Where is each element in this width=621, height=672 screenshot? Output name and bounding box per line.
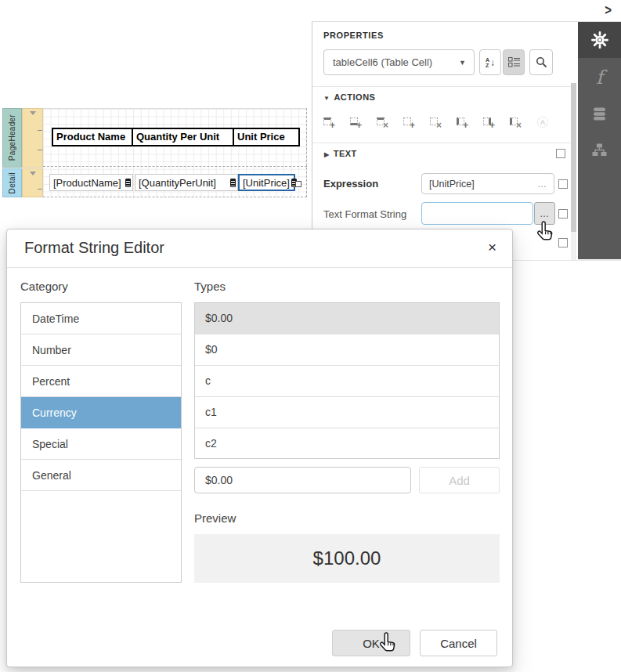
band-label: Detail (8, 172, 16, 193)
insert-column-left-icon[interactable] (456, 115, 468, 128)
format-string-field[interactable] (421, 202, 533, 225)
table-cell-quantityperunit[interactable]: [QuantityPerUnit] (135, 174, 238, 191)
table-header-row: Product Name Quantity Per Unit Unit Pric… (52, 128, 300, 146)
sort-alphabetical-button[interactable]: AZ↓ (479, 49, 501, 75)
band-strip-pageheader[interactable]: PageHeader (2, 108, 22, 168)
category-item-general[interactable]: General (21, 460, 181, 491)
ellipsis-icon[interactable]: … (537, 179, 547, 190)
expression-label: Expression (323, 178, 378, 190)
chevron-down-icon: ▼ (459, 59, 466, 67)
type-item-selected[interactable]: $0.00 (195, 303, 499, 334)
tab-properties[interactable] (578, 22, 621, 58)
triangle-right-icon: ▶ (324, 151, 330, 158)
text-section-checkbox[interactable] (556, 149, 565, 158)
table-cell-productname[interactable]: [ProductName] (49, 174, 133, 191)
type-item[interactable]: c1 (195, 397, 499, 428)
panel-scrollbar[interactable] (571, 83, 576, 260)
category-item-number[interactable]: Number (21, 334, 181, 366)
table-header-cell[interactable]: Product Name (52, 128, 133, 146)
table-header-cell[interactable]: Quantity Per Unit (132, 128, 234, 146)
category-view-icon (508, 57, 520, 67)
band-collapse-caret-icon[interactable] (30, 172, 36, 175)
format-string-label: Text Format String (323, 208, 406, 220)
band-collapse-caret-icon[interactable] (30, 111, 36, 115)
data-field-icon (230, 179, 236, 187)
band-ruler-pageheader[interactable] (22, 108, 43, 168)
delete-row-icon[interactable] (376, 115, 388, 128)
triangle-down-icon: ▼ (323, 95, 330, 102)
dialog-title: Format String Editor (24, 239, 164, 257)
data-field-icon (125, 179, 131, 187)
tree-structure-icon (592, 143, 607, 157)
types-label: Types (194, 280, 226, 293)
expression-field[interactable]: [UnitPrice] … (421, 173, 554, 194)
insert-column-right-icon[interactable] (482, 115, 495, 128)
report-designer-screen: PageHeader Detail Product Name Quantity … (0, 0, 621, 672)
custom-format-input[interactable] (194, 467, 411, 493)
category-item-special[interactable]: Special (21, 428, 181, 460)
category-item-datetime[interactable]: DateTime (21, 303, 181, 334)
page-margin-dashed (306, 108, 307, 197)
preview-value: $100.00 (194, 534, 500, 583)
format-string-editor-dialog: Format String Editor × Category DateTime… (6, 229, 513, 667)
insert-row-below-icon[interactable] (349, 115, 362, 128)
format-string-checkbox[interactable] (558, 209, 568, 219)
table-detail-row: [ProductName] [QuantityPerUnit] [UnitPri… (49, 174, 295, 191)
expression-checkbox[interactable] (558, 179, 568, 189)
tab-field-list[interactable] (578, 96, 621, 132)
table-actions-toolbar (323, 115, 548, 128)
insert-cell-icon[interactable] (403, 115, 415, 128)
tab-report-explorer[interactable] (578, 132, 621, 168)
add-button[interactable]: Add (419, 467, 500, 493)
format-string-ellipsis-button[interactable]: … (534, 202, 555, 225)
gear-icon (591, 31, 608, 49)
type-item[interactable]: $0 (195, 334, 499, 366)
collapse-panel-icon[interactable]: > (605, 2, 612, 18)
category-view-button[interactable] (503, 49, 525, 75)
property-checkbox[interactable] (558, 238, 568, 247)
control-selector-dropdown[interactable]: tableCell6 (Table Cell) ▼ (323, 49, 475, 75)
preview-label: Preview (194, 511, 236, 525)
panel-top-strip: > (312, 0, 621, 22)
close-icon[interactable]: × (488, 239, 496, 256)
cancel-button[interactable]: Cancel (420, 630, 497, 656)
dock-sidebar: f (578, 22, 621, 259)
table-cell-unitprice-selected[interactable]: [UnitPrice] (238, 174, 295, 191)
types-list: $0.00 $0 c c1 c2 (194, 302, 500, 459)
database-icon (592, 107, 607, 121)
scrollbar-thumb[interactable] (571, 83, 576, 232)
category-label: Category (20, 280, 68, 293)
band-separator-dashed (43, 166, 307, 167)
band-separator-dashed (43, 197, 307, 197)
category-item-currency-selected[interactable]: Currency (21, 397, 181, 428)
band-strip-detail[interactable]: Detail (2, 168, 22, 197)
selection-handle[interactable] (295, 181, 301, 187)
delete-column-icon[interactable] (509, 115, 522, 128)
search-icon (536, 56, 547, 68)
ok-button[interactable]: OK (332, 630, 410, 656)
sort-az-icon: AZ↓ (486, 57, 495, 68)
properties-title: PROPERTIES (323, 31, 384, 40)
dialog-header: Format String Editor × (7, 229, 512, 268)
tab-expressions[interactable]: f (578, 60, 621, 96)
category-item-percent[interactable]: Percent (21, 366, 181, 397)
search-properties-button[interactable] (529, 49, 553, 75)
insert-row-above-icon[interactable] (323, 115, 335, 128)
format-appearance-icon (536, 115, 548, 128)
band-ruler-detail[interactable] (22, 168, 43, 197)
category-list: DateTime Number Percent Currency Special… (20, 302, 182, 583)
type-item[interactable]: c (195, 366, 499, 397)
text-section-header[interactable]: ▶TEXT (324, 149, 357, 158)
actions-section-header[interactable]: ▼ACTIONS (323, 92, 375, 102)
delete-cell-icon[interactable] (429, 115, 442, 128)
type-item[interactable]: c2 (195, 428, 499, 460)
function-icon: f (596, 67, 603, 89)
table-header-cell[interactable]: Unit Price (233, 128, 300, 146)
band-label: PageHeader (8, 114, 16, 161)
